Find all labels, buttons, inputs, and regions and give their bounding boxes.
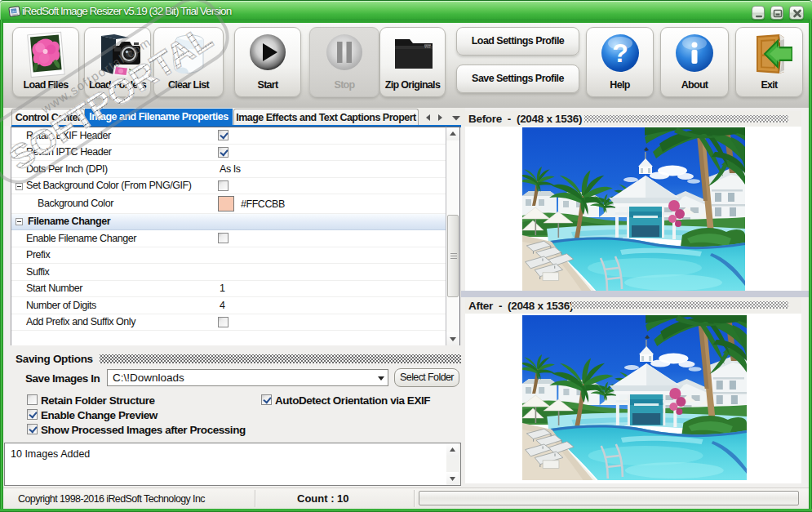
svg-text:?: ?	[612, 38, 628, 68]
svg-text:WZ: WZ	[424, 44, 431, 49]
